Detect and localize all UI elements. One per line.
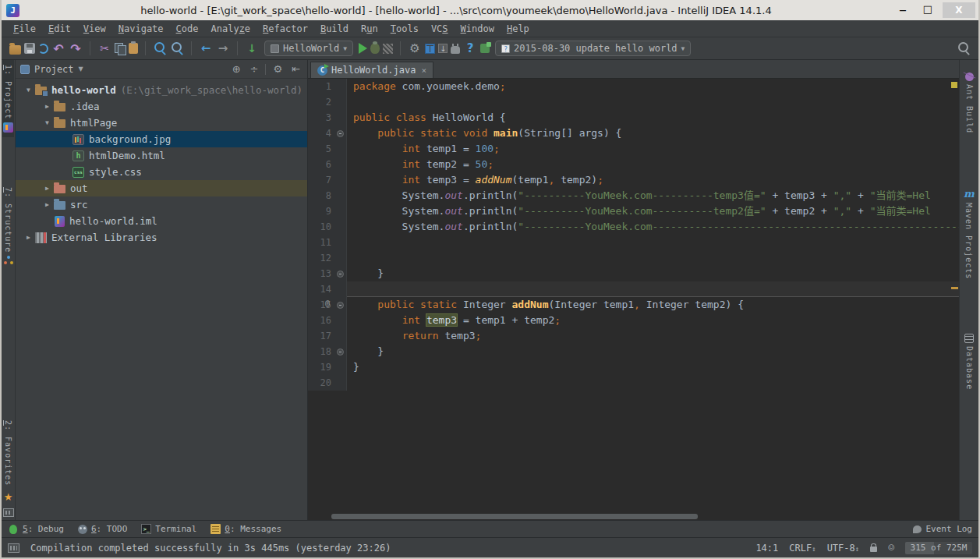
- tool-button-favorites[interactable]: 2: Favorites: [3, 416, 14, 508]
- tool-button-project[interactable]: 1: Project: [2, 60, 14, 137]
- save-icon[interactable]: [24, 43, 35, 54]
- code-line-7[interactable]: 7 int temp3 = addNum(temp1, temp2);: [308, 172, 959, 188]
- hide-panel-icon[interactable]: ⇤: [289, 63, 302, 75]
- gear-icon[interactable]: ⚙: [271, 63, 285, 75]
- code-line-12[interactable]: 12: [308, 250, 959, 266]
- chevron-down-icon[interactable]: ▼: [41, 119, 54, 126]
- undo-icon[interactable]: [51, 41, 65, 55]
- android-icon[interactable]: [451, 46, 460, 54]
- tool-button-maven-projects[interactable]: m Maven Projects: [963, 183, 975, 284]
- code-line-10[interactable]: 10 System.out.println("----------YouMeek…: [308, 219, 959, 235]
- close-tab-icon[interactable]: ×: [421, 65, 426, 76]
- tree-item-out[interactable]: ▶out: [16, 180, 307, 196]
- menu-run[interactable]: Run: [356, 22, 384, 36]
- minimize-button[interactable]: [893, 3, 913, 17]
- code-line-9[interactable]: 9 System.out.println("----------YouMeek.…: [308, 203, 959, 219]
- inspection-status-icon[interactable]: [951, 82, 957, 88]
- tool-button-5-debug[interactable]: 5: Debug: [8, 524, 64, 534]
- lock-icon[interactable]: [870, 547, 877, 552]
- open-icon[interactable]: [9, 45, 21, 55]
- menu-refactor[interactable]: Refactor: [257, 22, 313, 36]
- toolwindow-switcher-icon[interactable]: [3, 508, 14, 517]
- code-line-4[interactable]: 4 public static void main(String[] args)…: [308, 126, 959, 141]
- fold-marker-icon[interactable]: [337, 130, 344, 137]
- project-structure-icon[interactable]: [425, 44, 435, 54]
- sort-icon[interactable]: [245, 41, 259, 55]
- search-icon[interactable]: [957, 41, 971, 55]
- code-editor[interactable]: 1package com.youmeek.demo;23public class…: [308, 79, 959, 513]
- tree-item-hello-world[interactable]: ▼hello-world (E:\git_work_space\hello-wo…: [16, 82, 307, 98]
- code-line-11[interactable]: 11: [308, 235, 959, 250]
- hector-inspector-icon[interactable]: ☺: [888, 542, 894, 554]
- settings-icon[interactable]: [408, 41, 422, 55]
- menu-analyze[interactable]: Analyze: [206, 22, 256, 36]
- toolwindow-toggle-icon[interactable]: [8, 543, 19, 553]
- code-line-6[interactable]: 6 int temp2 = 50;: [308, 157, 959, 172]
- fold-marker-icon[interactable]: [337, 348, 344, 356]
- code-line-8[interactable]: 8 System.out.println("----------YouMeek.…: [308, 188, 959, 203]
- sync-icon[interactable]: [38, 44, 48, 54]
- code-line-14[interactable]: 14: [308, 281, 959, 297]
- tree-item-external-libraries[interactable]: ▶External Libraries: [16, 229, 307, 246]
- menu-edit[interactable]: Edit: [43, 22, 76, 36]
- vcs-commit-message-select[interactable]: 2015-08-30 update hello world ▼: [495, 41, 691, 56]
- replace-icon[interactable]: [170, 41, 184, 55]
- code-line-19[interactable]: 19}: [308, 359, 959, 375]
- editor-tab-helloworld[interactable]: HelloWorld.java ×: [310, 62, 433, 78]
- menu-file[interactable]: File: [8, 22, 41, 36]
- line-ending-select[interactable]: CRLF↕: [789, 543, 815, 554]
- tool-button-ant-build[interactable]: Ant Build: [964, 68, 975, 138]
- tree-item-htmldemo-html[interactable]: htmlDemo.html: [16, 147, 307, 164]
- error-stripe[interactable]: [950, 79, 959, 513]
- tool-button-structure[interactable]: 7: Structure: [3, 182, 14, 270]
- code-line-5[interactable]: 5 int temp1 = 100;: [308, 141, 959, 157]
- back-icon[interactable]: [199, 41, 213, 55]
- tool-button-0-messages[interactable]: 0: Messages: [211, 524, 281, 534]
- paste-icon[interactable]: [129, 43, 138, 54]
- cut-icon[interactable]: [97, 41, 111, 55]
- tree-item-src[interactable]: ▶src: [16, 196, 307, 213]
- maximize-button[interactable]: [918, 3, 938, 17]
- run-icon[interactable]: [359, 43, 367, 54]
- tool-button-6-todo[interactable]: 6: TODO: [78, 524, 127, 534]
- project-panel-title[interactable]: Project: [34, 64, 74, 75]
- fold-marker-icon[interactable]: [337, 271, 344, 278]
- tree-item-hello-world-iml[interactable]: hello-world.iml: [16, 213, 307, 229]
- help-icon[interactable]: [463, 41, 477, 55]
- menu-window[interactable]: Window: [455, 22, 500, 36]
- install-icon[interactable]: [480, 44, 490, 53]
- chevron-right-icon[interactable]: ▶: [22, 234, 35, 241]
- collapse-all-icon[interactable]: ÷: [248, 63, 261, 75]
- tool-button-terminal[interactable]: Terminal: [141, 524, 196, 534]
- code-line-1[interactable]: 1package com.youmeek.demo;: [308, 79, 959, 94]
- horizontal-scrollbar[interactable]: [308, 513, 959, 520]
- event-log-button[interactable]: Event Log: [913, 524, 972, 534]
- fold-marker-icon[interactable]: [337, 302, 344, 309]
- scrollbar-thumb[interactable]: [331, 514, 698, 519]
- run-configuration-select[interactable]: HelloWorld ▼: [264, 41, 353, 56]
- locate-icon[interactable]: ⊕: [230, 63, 243, 75]
- tree-item-htmlpage[interactable]: ▼htmlPage: [16, 115, 307, 131]
- code-line-18[interactable]: 18 }: [308, 344, 959, 359]
- menu-view[interactable]: View: [78, 22, 111, 36]
- import-icon[interactable]: [438, 44, 448, 53]
- fold-region-gutter[interactable]: [334, 126, 347, 141]
- memory-indicator[interactable]: 315 of 725M: [905, 542, 972, 554]
- code-line-15[interactable]: 15@ public static Integer addNum(Integer…: [308, 297, 959, 313]
- tree-item-style-css[interactable]: style.css: [16, 164, 307, 180]
- debug-icon[interactable]: [370, 43, 380, 54]
- encoding-select[interactable]: UTF-8↕: [827, 543, 860, 554]
- caret-position[interactable]: 14:1: [755, 543, 778, 554]
- tree-item-background-jpg[interactable]: background.jpg: [16, 131, 307, 147]
- menu-tools[interactable]: Tools: [385, 22, 424, 36]
- find-icon[interactable]: [153, 41, 167, 55]
- fold-region-gutter[interactable]: [334, 344, 347, 359]
- code-line-2[interactable]: 2: [308, 94, 959, 110]
- chevron-right-icon[interactable]: ▶: [41, 103, 54, 110]
- copy-icon[interactable]: [115, 43, 126, 54]
- menu-build[interactable]: Build: [315, 22, 354, 36]
- tool-button-database[interactable]: Database: [964, 329, 975, 394]
- coverage-icon[interactable]: [383, 44, 393, 54]
- chevron-right-icon[interactable]: ▶: [41, 201, 54, 208]
- scrollbar-highlight-mark[interactable]: [951, 287, 958, 289]
